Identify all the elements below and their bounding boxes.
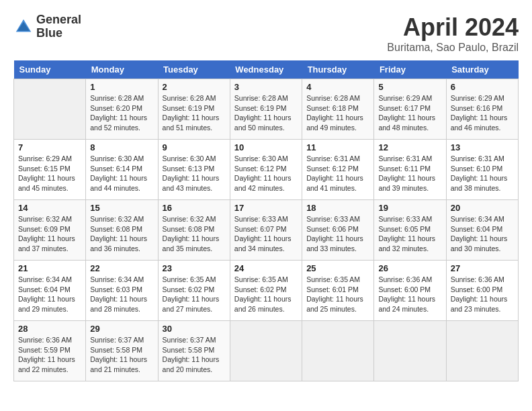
calendar-cell: 25Sunrise: 6:35 AM Sunset: 6:01 PM Dayli…	[302, 261, 374, 321]
calendar-week-row: 7Sunrise: 6:29 AM Sunset: 6:15 PM Daylig…	[14, 140, 519, 200]
calendar-cell: 6Sunrise: 6:29 AM Sunset: 6:16 PM Daylig…	[446, 79, 518, 140]
day-info: Sunrise: 6:36 AM Sunset: 6:00 PM Dayligh…	[378, 275, 441, 314]
day-info: Sunrise: 6:28 AM Sunset: 6:19 PM Dayligh…	[163, 93, 226, 133]
calendar-header: SundayMondayTuesdayWednesdayThursdayFrid…	[14, 60, 519, 79]
day-number: 13	[451, 142, 514, 152]
day-number: 17	[234, 203, 298, 213]
month-title: April 2024	[387, 13, 519, 42]
day-number: 21	[18, 263, 81, 273]
day-info: Sunrise: 6:34 AM Sunset: 6:03 PM Dayligh…	[90, 275, 153, 314]
day-number: 28	[18, 324, 81, 334]
day-info: Sunrise: 6:36 AM Sunset: 5:59 PM Dayligh…	[18, 335, 81, 375]
calendar-week-row: 1Sunrise: 6:28 AM Sunset: 6:20 PM Daylig…	[14, 79, 519, 140]
day-info: Sunrise: 6:33 AM Sunset: 6:07 PM Dayligh…	[234, 214, 298, 254]
calendar-cell: 11Sunrise: 6:31 AM Sunset: 6:12 PM Dayli…	[302, 140, 374, 200]
calendar-cell	[374, 321, 446, 381]
day-of-week-header: Sunday	[14, 60, 86, 79]
day-number: 23	[163, 263, 226, 273]
day-number: 29	[90, 324, 153, 334]
day-number: 30	[163, 324, 226, 334]
calendar-cell: 18Sunrise: 6:33 AM Sunset: 6:06 PM Dayli…	[302, 200, 374, 261]
day-number: 27	[451, 263, 514, 273]
day-number: 11	[306, 142, 369, 152]
calendar-cell	[302, 321, 374, 381]
day-info: Sunrise: 6:37 AM Sunset: 5:58 PM Dayligh…	[163, 335, 226, 375]
calendar-cell: 1Sunrise: 6:28 AM Sunset: 6:20 PM Daylig…	[86, 79, 158, 140]
day-info: Sunrise: 6:34 AM Sunset: 6:04 PM Dayligh…	[18, 275, 81, 314]
day-number: 25	[306, 263, 369, 273]
calendar-cell: 26Sunrise: 6:36 AM Sunset: 6:00 PM Dayli…	[374, 261, 446, 321]
day-number: 5	[378, 82, 441, 92]
day-of-week-header: Friday	[374, 60, 446, 79]
day-info: Sunrise: 6:28 AM Sunset: 6:19 PM Dayligh…	[234, 93, 298, 133]
calendar-cell	[446, 321, 518, 381]
calendar-cell: 27Sunrise: 6:36 AM Sunset: 6:00 PM Dayli…	[446, 261, 518, 321]
calendar-cell	[230, 321, 302, 381]
calendar-cell: 10Sunrise: 6:30 AM Sunset: 6:12 PM Dayli…	[230, 140, 302, 200]
day-info: Sunrise: 6:35 AM Sunset: 6:01 PM Dayligh…	[306, 275, 369, 314]
day-info: Sunrise: 6:35 AM Sunset: 6:02 PM Dayligh…	[163, 275, 226, 314]
day-number: 3	[234, 82, 298, 92]
calendar-cell: 4Sunrise: 6:28 AM Sunset: 6:18 PM Daylig…	[302, 79, 374, 140]
calendar-table: SundayMondayTuesdayWednesdayThursdayFrid…	[13, 60, 519, 381]
calendar-week-row: 28Sunrise: 6:36 AM Sunset: 5:59 PM Dayli…	[14, 321, 519, 381]
day-number: 8	[90, 142, 153, 152]
day-info: Sunrise: 6:28 AM Sunset: 6:18 PM Dayligh…	[306, 93, 369, 133]
calendar-cell: 15Sunrise: 6:32 AM Sunset: 6:08 PM Dayli…	[86, 200, 158, 261]
day-info: Sunrise: 6:34 AM Sunset: 6:04 PM Dayligh…	[451, 214, 514, 254]
day-info: Sunrise: 6:31 AM Sunset: 6:11 PM Dayligh…	[378, 154, 441, 193]
page-header: General Blue April 2024 Buritama, Sao Pa…	[13, 13, 519, 54]
day-number: 15	[90, 203, 153, 213]
day-number: 10	[234, 142, 298, 152]
day-info: Sunrise: 6:37 AM Sunset: 5:58 PM Dayligh…	[90, 335, 153, 375]
day-info: Sunrise: 6:32 AM Sunset: 6:09 PM Dayligh…	[18, 214, 81, 254]
calendar-week-row: 21Sunrise: 6:34 AM Sunset: 6:04 PM Dayli…	[14, 261, 519, 321]
calendar-cell: 5Sunrise: 6:29 AM Sunset: 6:17 PM Daylig…	[374, 79, 446, 140]
day-info: Sunrise: 6:29 AM Sunset: 6:15 PM Dayligh…	[18, 154, 81, 193]
day-number: 16	[163, 203, 226, 213]
calendar-cell: 7Sunrise: 6:29 AM Sunset: 6:15 PM Daylig…	[14, 140, 86, 200]
day-info: Sunrise: 6:33 AM Sunset: 6:06 PM Dayligh…	[306, 214, 369, 254]
day-number: 6	[451, 82, 514, 92]
day-of-week-header: Wednesday	[230, 60, 302, 79]
day-info: Sunrise: 6:33 AM Sunset: 6:05 PM Dayligh…	[378, 214, 441, 254]
day-info: Sunrise: 6:35 AM Sunset: 6:02 PM Dayligh…	[234, 275, 298, 314]
calendar-cell: 8Sunrise: 6:30 AM Sunset: 6:14 PM Daylig…	[86, 140, 158, 200]
day-of-week-header: Saturday	[446, 60, 518, 79]
day-number: 20	[451, 203, 514, 213]
calendar-cell: 21Sunrise: 6:34 AM Sunset: 6:04 PM Dayli…	[14, 261, 86, 321]
calendar-cell: 29Sunrise: 6:37 AM Sunset: 5:58 PM Dayli…	[86, 321, 158, 381]
day-number: 4	[306, 82, 369, 92]
day-number: 12	[378, 142, 441, 152]
day-info: Sunrise: 6:31 AM Sunset: 6:12 PM Dayligh…	[306, 154, 369, 193]
location: Buritama, Sao Paulo, Brazil	[387, 42, 519, 54]
calendar-cell: 17Sunrise: 6:33 AM Sunset: 6:07 PM Dayli…	[230, 200, 302, 261]
calendar-cell: 9Sunrise: 6:30 AM Sunset: 6:13 PM Daylig…	[158, 140, 230, 200]
day-info: Sunrise: 6:31 AM Sunset: 6:10 PM Dayligh…	[451, 154, 514, 193]
day-info: Sunrise: 6:30 AM Sunset: 6:14 PM Dayligh…	[90, 154, 153, 193]
calendar-cell	[14, 79, 86, 140]
day-number: 22	[90, 263, 153, 273]
calendar-cell: 22Sunrise: 6:34 AM Sunset: 6:03 PM Dayli…	[86, 261, 158, 321]
calendar-cell: 19Sunrise: 6:33 AM Sunset: 6:05 PM Dayli…	[374, 200, 446, 261]
calendar-cell: 14Sunrise: 6:32 AM Sunset: 6:09 PM Dayli…	[14, 200, 86, 261]
day-number: 1	[90, 82, 153, 92]
calendar-cell: 12Sunrise: 6:31 AM Sunset: 6:11 PM Dayli…	[374, 140, 446, 200]
calendar-cell: 30Sunrise: 6:37 AM Sunset: 5:58 PM Dayli…	[158, 321, 230, 381]
logo: General Blue	[13, 13, 81, 40]
calendar-week-row: 14Sunrise: 6:32 AM Sunset: 6:09 PM Dayli…	[14, 200, 519, 261]
day-of-week-header: Tuesday	[158, 60, 230, 79]
day-number: 19	[378, 203, 441, 213]
day-info: Sunrise: 6:28 AM Sunset: 6:20 PM Dayligh…	[90, 93, 153, 133]
calendar-cell: 2Sunrise: 6:28 AM Sunset: 6:19 PM Daylig…	[158, 79, 230, 140]
day-info: Sunrise: 6:29 AM Sunset: 6:16 PM Dayligh…	[451, 93, 514, 133]
day-of-week-header: Monday	[86, 60, 158, 79]
day-info: Sunrise: 6:29 AM Sunset: 6:17 PM Dayligh…	[378, 93, 441, 133]
logo-icon	[13, 17, 34, 37]
day-of-week-header: Thursday	[302, 60, 374, 79]
logo-text: General Blue	[36, 13, 81, 40]
day-number: 7	[18, 142, 81, 152]
calendar-body: 1Sunrise: 6:28 AM Sunset: 6:20 PM Daylig…	[14, 79, 519, 381]
title-block: April 2024 Buritama, Sao Paulo, Brazil	[387, 13, 519, 54]
day-number: 18	[306, 203, 369, 213]
